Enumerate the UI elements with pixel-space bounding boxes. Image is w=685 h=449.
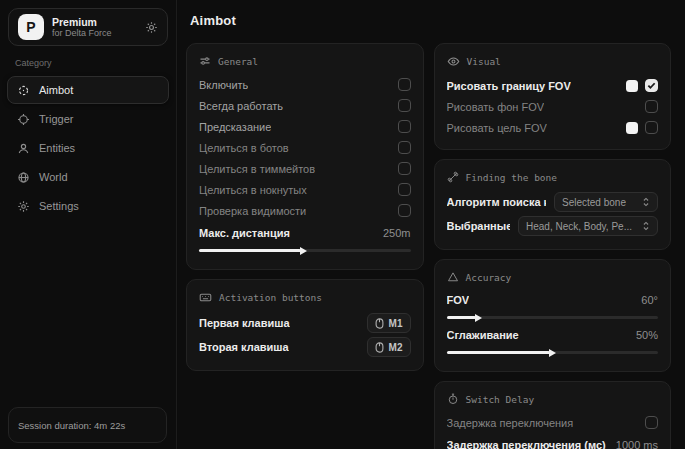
setting-row: Всегда работать — [199, 95, 411, 116]
session-duration: Session duration: 4m 22s — [8, 407, 167, 443]
category-label: Category — [15, 58, 176, 68]
card-title: Finding the bone — [466, 172, 558, 183]
entities-icon — [17, 142, 30, 155]
setting-label: Включить — [199, 79, 248, 91]
unfold-icon — [642, 221, 650, 231]
setting-label: Рисовать цель FOV — [447, 122, 547, 134]
checkbox[interactable] — [398, 183, 411, 196]
checkbox[interactable] — [645, 121, 658, 134]
premium-card: P Premium for Delta Force — [8, 8, 168, 46]
finding-bone-card: Finding the bone Алгоритм поиска кости S… — [434, 159, 672, 250]
premium-subtitle: for Delta Force — [52, 28, 137, 38]
bone-icon — [447, 171, 459, 183]
mouse-icon — [375, 318, 384, 329]
timer-icon — [447, 393, 459, 405]
fov-slider[interactable] — [447, 316, 659, 319]
setting-row: Рисовать границу FOV — [447, 75, 659, 96]
checkbox[interactable] — [398, 141, 411, 154]
color-swatch[interactable] — [626, 122, 638, 134]
general-card: General Включить Всегда работать Предска… — [186, 43, 424, 270]
slider-value: 50% — [636, 329, 658, 341]
eye-icon — [447, 55, 460, 68]
card-title: Accuracy — [466, 272, 512, 283]
setting-label: Предсказание — [199, 121, 271, 133]
keybind-label: Первая клавиша — [199, 317, 290, 329]
mouse-icon — [375, 342, 384, 353]
sidebar-item-label: Entities — [39, 142, 75, 154]
setting-label: Целиться в ботов — [199, 142, 289, 154]
checkbox[interactable] — [645, 79, 658, 92]
select-label: Алгоритм поиска кости — [447, 196, 547, 208]
setting-row: Рисовать цель FOV — [447, 117, 659, 138]
slider-value: 60° — [641, 294, 658, 306]
selected-bones-select[interactable]: Head, Neck, Body, Pe... — [518, 216, 658, 236]
app-logo: P — [18, 14, 44, 40]
keybind-button-primary[interactable]: M1 — [367, 313, 411, 333]
bone-algorithm-select[interactable]: Selected bone — [554, 192, 658, 212]
setting-row: Рисовать фон FOV — [447, 96, 659, 117]
settings-gear-icon — [17, 200, 30, 213]
setting-row: Проверка видимости — [199, 200, 411, 221]
switch-delay-card: Switch Delay Задержка переключения Задер… — [434, 381, 672, 449]
card-title: Activation buttons — [219, 292, 322, 303]
setting-row: Целиться в тиммейтов — [199, 158, 411, 179]
sidebar-nav: Aimbot Trigger Entities — [0, 76, 176, 220]
keybind-row: Вторая клавиша M2 — [199, 335, 411, 359]
sidebar-item-label: Settings — [39, 200, 79, 212]
premium-title: Premium — [52, 16, 137, 28]
keybind-value: M2 — [389, 342, 403, 353]
sidebar-item-world[interactable]: World — [7, 163, 169, 191]
unfold-icon — [642, 197, 650, 207]
smoothing-slider[interactable] — [447, 351, 659, 354]
keybind-row: Первая клавиша M1 — [199, 311, 411, 335]
slider-value: 1000 ms — [616, 439, 658, 449]
setting-row: Задержка переключения — [447, 412, 659, 433]
slider-value: 250m — [383, 227, 411, 239]
setting-label: Целиться в нокнутых — [199, 184, 307, 196]
triangle-icon — [447, 271, 459, 283]
checkbox[interactable] — [398, 162, 411, 175]
sidebar-item-label: World — [39, 171, 68, 183]
card-title: Visual — [467, 56, 501, 67]
main-content: Aimbot General Включить — [178, 0, 685, 449]
sidebar-item-label: Aimbot — [39, 84, 73, 96]
globe-icon — [17, 171, 30, 184]
setting-row: Целиться в нокнутых — [199, 179, 411, 200]
sidebar-item-aimbot[interactable]: Aimbot — [7, 76, 169, 104]
setting-label: Всегда работать — [199, 100, 283, 112]
select-row: Алгоритм поиска кости Selected bone — [447, 190, 659, 214]
checkbox[interactable] — [398, 78, 411, 91]
checkbox[interactable] — [645, 100, 658, 113]
trigger-icon — [17, 113, 30, 126]
sidebar: P Premium for Delta Force Category Aimbo… — [0, 0, 177, 449]
setting-label: Рисовать фон FOV — [447, 101, 545, 113]
max-distance-slider[interactable] — [199, 249, 411, 252]
card-title: General — [218, 56, 258, 67]
select-row: Выбранные кости Head, Neck, Body, Pe... — [447, 214, 659, 238]
sidebar-item-trigger[interactable]: Trigger — [7, 105, 169, 133]
setting-label: Задержка переключения — [447, 417, 574, 429]
setting-label: Рисовать границу FOV — [447, 80, 571, 92]
checkbox[interactable] — [398, 99, 411, 112]
page-title: Aimbot — [178, 0, 685, 28]
sidebar-item-entities[interactable]: Entities — [7, 134, 169, 162]
session-duration-text: Session duration: 4m 22s — [18, 420, 125, 431]
checkbox[interactable] — [645, 416, 658, 429]
setting-row: Предсказание — [199, 116, 411, 137]
setting-row: Включить — [199, 74, 411, 95]
accuracy-card: Accuracy FOV 60° Сглаживание 50% — [434, 259, 672, 372]
gear-icon[interactable] — [145, 21, 158, 34]
slider-label: Задержка переключения (мс) — [447, 439, 606, 449]
slider-label: FOV — [447, 294, 470, 306]
keybind-button-secondary[interactable]: M2 — [367, 337, 411, 357]
checkbox[interactable] — [398, 120, 411, 133]
sidebar-item-settings[interactable]: Settings — [7, 192, 169, 220]
setting-label: Целиться в тиммейтов — [199, 163, 315, 175]
color-swatch[interactable] — [626, 80, 638, 92]
checkbox[interactable] — [398, 204, 411, 217]
visual-card: Visual Рисовать границу FOV Рисовать фон… — [434, 43, 672, 150]
activation-buttons-card: Activation buttons Первая клавиша M1 — [186, 279, 424, 371]
select-value: Head, Neck, Body, Pe... — [526, 221, 632, 232]
card-title: Switch Delay — [466, 394, 535, 405]
select-value: Selected bone — [562, 197, 626, 208]
